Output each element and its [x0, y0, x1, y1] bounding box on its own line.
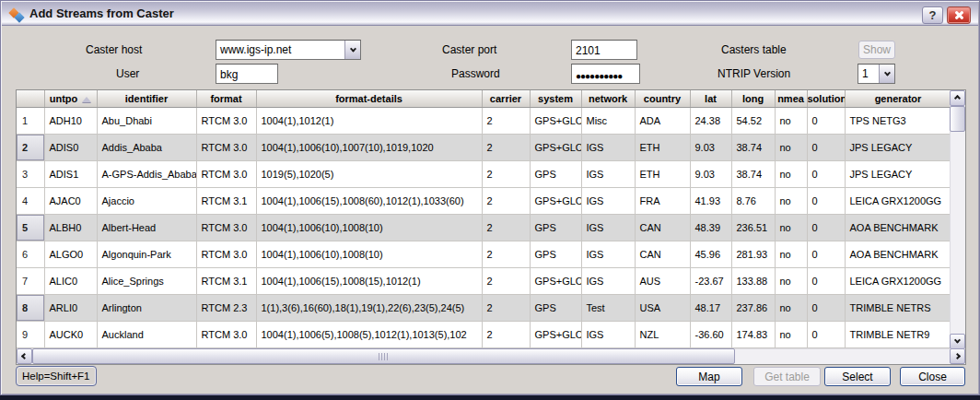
- table-cell[interactable]: no: [775, 134, 807, 160]
- table-cell[interactable]: TRIMBLE NETRS: [845, 294, 950, 321]
- ntrip-version-combobox[interactable]: 1: [858, 64, 895, 84]
- table-cell[interactable]: 2: [482, 321, 530, 347]
- table-row[interactable]: 3ADIS1A-GPS-Addis_AbabaRTCM 3.01019(5),1…: [17, 160, 950, 187]
- table-cell[interactable]: TRIMBLE NETR9: [845, 321, 950, 347]
- vertical-scroll-thumb[interactable]: [950, 106, 965, 132]
- row-number[interactable]: 1: [17, 107, 44, 134]
- table-cell[interactable]: 0: [807, 214, 845, 241]
- table-cell[interactable]: Algonquin-Park: [97, 241, 196, 267]
- table-cell[interactable]: 1004(1),1006(10),1008(10): [256, 241, 482, 267]
- table-cell[interactable]: RTCM 3.0: [196, 321, 256, 347]
- table-cell[interactable]: IGS: [581, 321, 635, 347]
- table-cell[interactable]: RTCM 2.3: [196, 294, 256, 321]
- table-cell[interactable]: 236.51: [731, 214, 775, 241]
- table-cell[interactable]: AUCK0: [44, 321, 97, 347]
- table-cell[interactable]: ADH10: [44, 107, 97, 134]
- column-header-solution[interactable]: solution: [807, 90, 845, 107]
- table-cell[interactable]: ADA: [635, 107, 690, 134]
- table-cell[interactable]: LEICA GRX1200GG: [845, 187, 950, 214]
- table-cell[interactable]: ALGO0: [44, 241, 97, 267]
- table-cell[interactable]: USA: [635, 294, 690, 321]
- table-cell[interactable]: 54.52: [731, 107, 775, 134]
- table-cell[interactable]: 281.93: [731, 241, 775, 267]
- table-cell[interactable]: Misc: [581, 107, 635, 134]
- table-cell[interactable]: JPS LEGACY: [845, 160, 950, 187]
- table-cell[interactable]: 0: [807, 134, 845, 160]
- vertical-scrollbar[interactable]: [950, 90, 965, 349]
- user-input[interactable]: [216, 64, 278, 84]
- table-cell[interactable]: FRA: [635, 187, 690, 214]
- table-cell[interactable]: Auckland: [97, 321, 196, 347]
- table-cell[interactable]: 1004(1),1006(15),1008(60),1012(1),1033(6…: [256, 187, 482, 214]
- table-cell[interactable]: 0: [807, 187, 845, 214]
- table-row[interactable]: 1ADH10Abu_DhabiRTCM 3.01004(1),1012(1)2G…: [17, 107, 950, 134]
- scroll-right-button[interactable]: [950, 348, 965, 364]
- table-cell[interactable]: GPS+GLO: [530, 267, 581, 294]
- table-cell[interactable]: NZL: [635, 321, 690, 347]
- table-cell[interactable]: GPS+GLO: [530, 134, 581, 160]
- table-cell[interactable]: GPS+GLO: [530, 321, 581, 347]
- table-cell[interactable]: JPS LEGACY: [845, 134, 950, 160]
- get-table-button[interactable]: Get table: [753, 367, 821, 386]
- table-cell[interactable]: 2: [482, 241, 530, 267]
- scroll-down-button[interactable]: [950, 334, 965, 349]
- column-header-nmea[interactable]: nmea: [775, 90, 807, 107]
- horizontal-scrollbar[interactable]: [17, 348, 965, 364]
- table-cell[interactable]: ALBH0: [44, 214, 97, 241]
- table-cell[interactable]: 8.76: [731, 187, 775, 214]
- table-cell[interactable]: 48.17: [690, 294, 731, 321]
- table-row[interactable]: 8ARLI0ArlingtonRTCM 2.31(1),3(6),16(60),…: [17, 294, 950, 321]
- select-button[interactable]: Select: [824, 367, 891, 386]
- table-cell[interactable]: 0: [807, 267, 845, 294]
- table-cell[interactable]: GPS: [530, 160, 581, 187]
- table-cell[interactable]: ADIS1: [44, 160, 97, 187]
- table-cell[interactable]: RTCM 3.0: [196, 107, 256, 134]
- row-number-column-header[interactable]: [17, 90, 44, 107]
- table-cell[interactable]: 48.39: [690, 214, 731, 241]
- table-cell[interactable]: RTCM 3.0: [196, 134, 256, 160]
- table-cell[interactable]: Test: [581, 294, 635, 321]
- column-header-format[interactable]: format: [196, 90, 256, 107]
- table-cell[interactable]: GPS: [530, 241, 581, 267]
- table-cell[interactable]: IGS: [581, 214, 635, 241]
- map-button[interactable]: Map: [676, 367, 742, 386]
- table-cell[interactable]: 0: [807, 241, 845, 267]
- table-cell[interactable]: 1004(1),1006(10),1007(10),1019,1020: [256, 134, 482, 160]
- table-row[interactable]: 9AUCK0AucklandRTCM 3.01004(1),1006(5),10…: [17, 321, 950, 347]
- table-cell[interactable]: 38.74: [731, 160, 775, 187]
- column-header-untpo[interactable]: untpo: [44, 90, 97, 107]
- table-cell[interactable]: -36.60: [690, 321, 731, 347]
- table-cell[interactable]: ADIS0: [44, 134, 97, 160]
- table-cell[interactable]: Arlington: [97, 294, 196, 321]
- row-number[interactable]: 6: [17, 241, 44, 267]
- table-cell[interactable]: 2: [482, 107, 530, 134]
- column-header-generator[interactable]: generator: [845, 90, 950, 107]
- table-cell[interactable]: AJAC0: [44, 187, 97, 214]
- table-cell[interactable]: no: [775, 214, 807, 241]
- table-cell[interactable]: 1019(5),1020(5): [256, 160, 482, 187]
- table-cell[interactable]: AUS: [635, 267, 690, 294]
- table-cell[interactable]: CAN: [635, 214, 690, 241]
- table-row[interactable]: 7ALIC0Alice_SpringsRTCM 3.11004(1),1006(…: [17, 267, 950, 294]
- table-row[interactable]: 5ALBH0Albert-HeadRTCM 3.01004(1),1006(10…: [17, 214, 950, 241]
- table-row[interactable]: 4AJAC0AjaccioRTCM 3.11004(1),1006(15),10…: [17, 187, 950, 214]
- table-cell[interactable]: -23.67: [690, 267, 731, 294]
- table-cell[interactable]: AOA BENCHMARK: [845, 241, 950, 267]
- table-cell[interactable]: ALIC0: [44, 267, 97, 294]
- table-cell[interactable]: 0: [807, 160, 845, 187]
- table-cell[interactable]: ETH: [635, 160, 690, 187]
- table-cell[interactable]: 45.96: [690, 241, 731, 267]
- table-cell[interactable]: 0: [807, 321, 845, 347]
- table-cell[interactable]: 0: [807, 294, 845, 321]
- table-cell[interactable]: no: [775, 187, 807, 214]
- row-number[interactable]: 5: [17, 214, 44, 241]
- column-header-network[interactable]: network: [581, 90, 635, 107]
- table-cell[interactable]: no: [775, 294, 807, 321]
- column-header-carrier[interactable]: carrier: [482, 90, 530, 107]
- column-header-system[interactable]: system: [530, 90, 581, 107]
- table-cell[interactable]: A-GPS-Addis_Ababa: [97, 160, 196, 187]
- table-cell[interactable]: RTCM 3.0: [196, 160, 256, 187]
- title-bar[interactable]: Add Streams from Caster ?: [2, 2, 978, 26]
- row-number[interactable]: 2: [17, 134, 44, 160]
- table-cell[interactable]: RTCM 3.0: [196, 214, 256, 241]
